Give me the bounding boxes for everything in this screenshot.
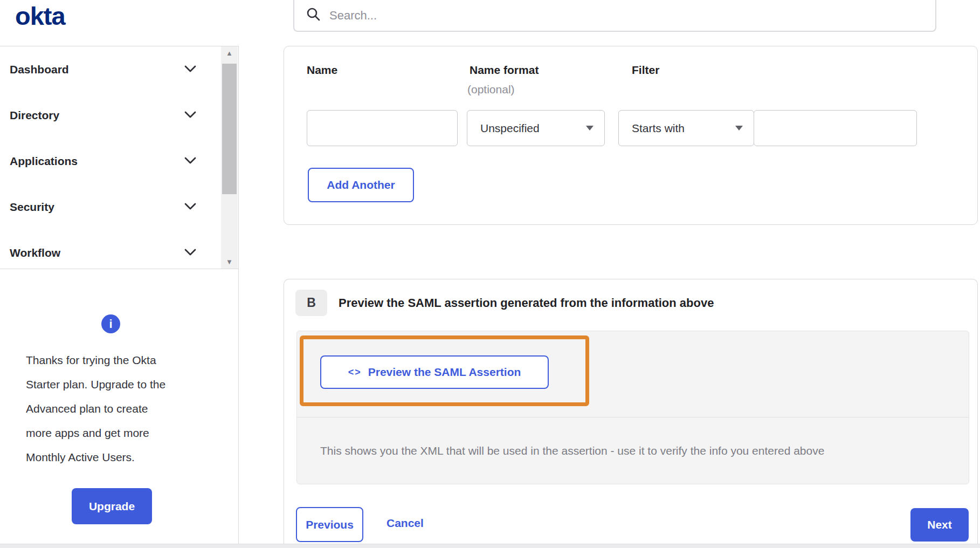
name-input[interactable] bbox=[307, 110, 458, 146]
sidebar-item-dashboard[interactable]: Dashboard bbox=[0, 46, 238, 92]
code-icon: <> bbox=[348, 367, 362, 378]
chevron-down-icon bbox=[184, 248, 196, 258]
sidebar-item-directory[interactable]: Directory bbox=[0, 92, 238, 138]
chevron-down-icon bbox=[184, 65, 196, 74]
filter-column-label: Filter bbox=[632, 64, 659, 77]
search-icon bbox=[306, 7, 321, 24]
sidebar-item-label: Security bbox=[10, 201, 54, 214]
caret-down-icon bbox=[586, 126, 593, 131]
scroll-down-icon[interactable]: ▼ bbox=[226, 258, 233, 265]
scrollbar-thumb[interactable] bbox=[222, 64, 237, 194]
okta-logo: okta bbox=[15, 1, 65, 31]
bottom-scrollbar-strip bbox=[0, 544, 980, 548]
preview-panel-description-area: This shows you the XML that will be used… bbox=[297, 417, 969, 484]
preview-saml-assertion-button[interactable]: <> Preview the SAML Assertion bbox=[320, 355, 549, 389]
sidebar-item-applications[interactable]: Applications bbox=[0, 138, 238, 184]
upgrade-button[interactable]: Upgrade bbox=[72, 488, 152, 524]
preview-description: This shows you the XML that will be used… bbox=[320, 444, 824, 457]
scroll-up-icon[interactable]: ▲ bbox=[226, 50, 233, 57]
attribute-statements-card: Name Name format (optional) Filter Unspe… bbox=[284, 46, 978, 225]
sidebar-item-label: Directory bbox=[10, 109, 59, 122]
step-b-badge: B bbox=[295, 290, 327, 316]
next-button[interactable]: Next bbox=[910, 508, 969, 542]
preview-panel-button-area: <> Preview the SAML Assertion bbox=[297, 331, 969, 417]
previous-button[interactable]: Previous bbox=[296, 507, 363, 542]
upgrade-message: Thanks for trying the Okta Starter plan.… bbox=[26, 348, 172, 469]
name-format-selected-value: Unspecified bbox=[480, 122, 540, 135]
name-format-column-label: Name format bbox=[470, 64, 539, 77]
sidebar-item-label: Dashboard bbox=[10, 63, 69, 76]
sidebar-item-label: Workflow bbox=[10, 246, 60, 259]
sidebar-nav: Dashboard Directory Applications Securit… bbox=[0, 46, 238, 269]
filter-type-selected-value: Starts with bbox=[632, 122, 685, 135]
chevron-down-icon bbox=[184, 156, 196, 166]
sidebar-item-security[interactable]: Security bbox=[0, 184, 238, 230]
sidebar-divider bbox=[238, 46, 239, 544]
filter-type-select[interactable]: Starts with bbox=[618, 110, 754, 146]
cancel-button[interactable]: Cancel bbox=[387, 517, 424, 530]
name-format-optional-label: (optional) bbox=[467, 83, 515, 96]
sidebar-item-workflow[interactable]: Workflow bbox=[0, 230, 238, 276]
search-input[interactable] bbox=[329, 9, 912, 23]
preview-panel: <> Preview the SAML Assertion This shows… bbox=[296, 331, 969, 484]
filter-value-input[interactable] bbox=[754, 110, 917, 146]
chevron-down-icon bbox=[184, 111, 196, 120]
caret-down-icon bbox=[735, 126, 743, 131]
sidebar-item-label: Applications bbox=[10, 155, 78, 168]
preview-button-label: Preview the SAML Assertion bbox=[368, 366, 521, 379]
name-column-label: Name bbox=[307, 64, 337, 77]
info-icon: i bbox=[101, 314, 120, 333]
add-another-button[interactable]: Add Another bbox=[308, 168, 414, 202]
name-format-select[interactable]: Unspecified bbox=[467, 110, 605, 146]
preview-section-heading: Preview the SAML assertion generated fro… bbox=[339, 296, 714, 310]
global-search[interactable] bbox=[293, 0, 936, 32]
preview-saml-card: B Preview the SAML assertion generated f… bbox=[284, 279, 978, 544]
chevron-down-icon bbox=[184, 202, 196, 212]
